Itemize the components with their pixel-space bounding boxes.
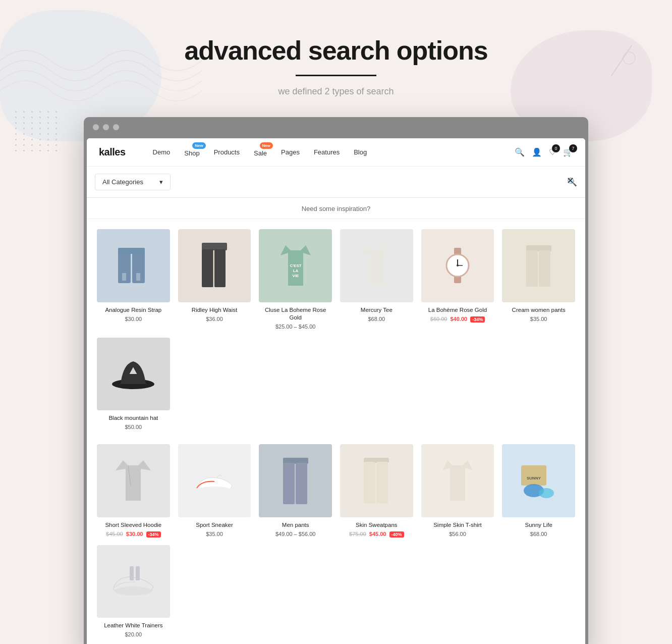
product-price-5: $60.00 $40.00 -34% xyxy=(421,316,494,322)
svg-rect-25 xyxy=(526,250,538,287)
product-price-11: $75.00 $45.00 -40% xyxy=(340,531,413,537)
product-card-3[interactable]: C'EST LA VIE Cluse La Boheme Rose Gold $… xyxy=(255,225,336,334)
product-card-12[interactable]: Simple Skin T-shirt $56.00 xyxy=(417,440,498,541)
browser-chrome xyxy=(85,118,587,136)
product-image-5 xyxy=(421,229,494,302)
product-name-2: Ridley High Waist xyxy=(178,306,251,314)
product-price-1: $30.00 xyxy=(97,316,170,322)
page-subtitle: we defined 2 types of search xyxy=(0,86,672,97)
product-price-2: $36.00 xyxy=(178,316,251,322)
product-card-14[interactable]: Leather White Trainers $20.00 xyxy=(93,541,174,642)
product-image-10 xyxy=(259,444,332,517)
nav-link-features[interactable]: Features xyxy=(307,138,347,167)
product-price-6: $35.00 xyxy=(502,316,575,322)
svg-rect-39 xyxy=(376,462,388,503)
product-card-5[interactable]: La Bohème Rose Gold $60.00 $40.00 -34% xyxy=(417,225,498,334)
product-image-7 xyxy=(97,338,170,411)
svg-rect-47 xyxy=(136,566,140,580)
product-price-14: $20.00 xyxy=(97,631,170,637)
wishlist-count: 0 xyxy=(552,144,560,152)
svg-marker-31 xyxy=(116,460,151,501)
nav-wishlist-icon[interactable]: ♡ 0 xyxy=(549,147,556,157)
product-image-14 xyxy=(97,545,170,618)
product-name-8: Short Sleeved Hoodie xyxy=(97,521,170,529)
svg-rect-35 xyxy=(283,463,295,504)
browser-dot-3 xyxy=(113,124,119,130)
product-name-12: Simple Skin T-shirt xyxy=(421,521,494,529)
product-name-11: Skin Sweatpans xyxy=(340,521,413,529)
nav-links: Demo Shop New Products Sale New Pages xyxy=(146,138,515,167)
search-input[interactable] xyxy=(178,178,567,186)
product-card-2[interactable]: Ridley High Waist $36.00 xyxy=(174,225,255,334)
product-image-13: SUNNY xyxy=(502,444,575,517)
nav-icons: 🔍 👤 ♡ 0 🛒 7 xyxy=(515,147,573,157)
product-price-13: $68.00 xyxy=(502,531,575,537)
svg-point-23 xyxy=(457,264,459,266)
svg-rect-8 xyxy=(202,243,227,250)
product-image-3: C'EST LA VIE xyxy=(259,229,332,302)
product-name-4: Mercury Tee xyxy=(340,306,413,314)
chevron-down-icon: ▾ xyxy=(159,178,163,186)
product-card-7[interactable]: Black mountain hat $50.00 xyxy=(93,334,174,435)
nav-link-shop[interactable]: Shop New xyxy=(177,138,206,167)
category-select[interactable]: All Categories ▾ xyxy=(95,174,171,190)
browser-content: kalles Demo Shop New Products Sale New xyxy=(85,136,587,644)
shop-badge: New xyxy=(192,142,205,149)
nav-link-products[interactable]: Products xyxy=(207,138,247,167)
product-name-6: Cream women pants xyxy=(502,306,575,314)
nav-search-icon[interactable]: 🔍 xyxy=(515,147,525,157)
nav-cart-icon[interactable]: 🛒 7 xyxy=(563,147,573,157)
products-grid-row1: Analogue Resin Strap $30.00 xyxy=(87,219,585,440)
product-card-10[interactable]: Men pants $49.00 – $56.00 xyxy=(255,440,336,541)
search-input-wrap xyxy=(171,178,567,186)
product-card-8[interactable]: Short Sleeved Hoodie $45.00 $30.00 -34% xyxy=(93,440,174,541)
product-image-2 xyxy=(178,229,251,302)
cart-count: 7 xyxy=(569,144,577,152)
nav-bar: kalles Demo Shop New Products Sale New xyxy=(87,138,585,167)
svg-rect-38 xyxy=(364,462,375,503)
product-card-11[interactable]: Skin Sweatpans $75.00 $45.00 -40% xyxy=(336,440,417,541)
svg-text:SUNNY: SUNNY xyxy=(527,476,541,480)
svg-text:C'EST: C'EST xyxy=(290,263,301,268)
nav-logo[interactable]: kalles xyxy=(99,146,126,158)
svg-rect-6 xyxy=(122,273,126,281)
svg-text:LA: LA xyxy=(293,269,298,273)
svg-rect-7 xyxy=(136,273,140,281)
product-name-9: Sport Sneaker xyxy=(178,521,251,529)
product-card-4[interactable]: Mercury Tee $68.00 xyxy=(336,225,417,334)
svg-rect-26 xyxy=(539,250,550,287)
inspiration-label: Need some inspiration? xyxy=(87,198,585,219)
product-image-6 xyxy=(502,229,575,302)
nav-link-blog[interactable]: Blog xyxy=(347,138,374,167)
product-price-10: $49.00 – $56.00 xyxy=(259,531,332,537)
nav-link-demo[interactable]: Demo xyxy=(146,138,178,167)
product-price-12: $56.00 xyxy=(421,531,494,537)
nav-link-sale[interactable]: Sale New xyxy=(247,138,274,167)
browser-dot-1 xyxy=(93,124,99,130)
nav-user-icon[interactable]: 👤 xyxy=(532,147,542,157)
svg-rect-10 xyxy=(214,249,226,287)
product-price-4: $68.00 xyxy=(340,316,413,322)
title-underline xyxy=(296,75,376,76)
browser-dot-2 xyxy=(103,124,109,130)
product-card-6[interactable]: Cream women pants $35.00 xyxy=(498,225,579,334)
browser-window: kalles Demo Shop New Products Sale New xyxy=(84,117,588,644)
product-card-9[interactable]: Sport Sneaker $35.00 xyxy=(174,440,255,541)
svg-marker-16 xyxy=(361,245,391,286)
modal-close-button[interactable]: ✕ xyxy=(563,174,577,188)
product-card-13[interactable]: SUNNY Sunny Life $68.00 xyxy=(498,440,579,541)
search-modal: ✕ All Categories ▾ 🔍 Need some inspirati… xyxy=(87,167,585,644)
product-price-9: $35.00 xyxy=(178,531,251,537)
svg-point-45 xyxy=(115,586,152,596)
product-card-1[interactable]: Analogue Resin Strap $30.00 xyxy=(93,225,174,334)
dot-grid-decoration: for(let i=0;i<48;i++) document.write('<s… xyxy=(15,111,60,151)
page-title-area: advanced search options we defined 2 typ… xyxy=(0,0,672,112)
product-image-11 xyxy=(340,444,413,517)
nav-link-pages[interactable]: Pages xyxy=(274,138,307,167)
svg-rect-41 xyxy=(521,465,546,486)
product-image-9 xyxy=(178,444,251,517)
products-grid-row2: Short Sleeved Hoodie $45.00 $30.00 -34% xyxy=(87,440,585,644)
product-image-1 xyxy=(97,229,170,302)
svg-point-33 xyxy=(197,487,232,495)
page-title: advanced search options xyxy=(0,35,672,66)
